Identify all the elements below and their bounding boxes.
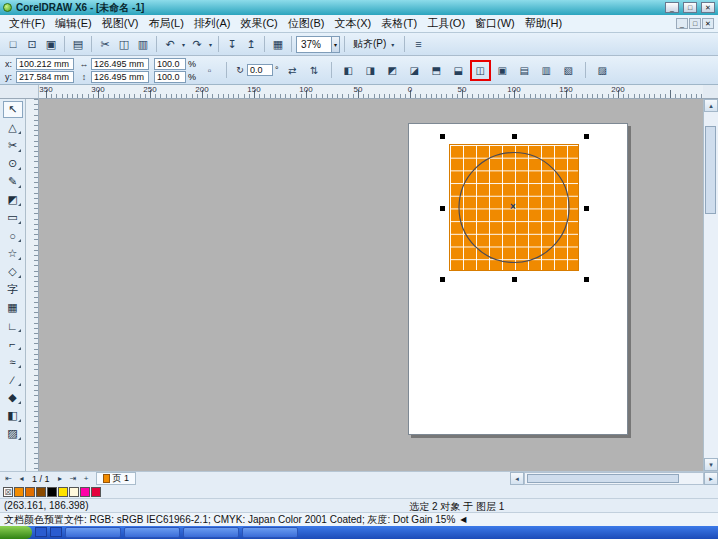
selection-handle[interactable] xyxy=(584,134,589,139)
pick-tool[interactable]: ↖ xyxy=(3,101,23,118)
previous-page-icon[interactable]: ◂ xyxy=(15,473,28,485)
start-button[interactable] xyxy=(0,526,32,539)
paste-icon[interactable]: ▥ xyxy=(134,35,152,53)
import-icon[interactable]: ↧ xyxy=(223,35,241,53)
front-minus-back-button[interactable]: ⬒ xyxy=(428,62,445,79)
add-page-icon[interactable]: + xyxy=(80,473,93,485)
horizontal-ruler[interactable]: 350 300 250 200 150 100 50 0 50 100 150 … xyxy=(39,85,703,99)
taskbar-item[interactable] xyxy=(183,527,239,538)
convert-to-curves-button[interactable]: ▨ xyxy=(594,62,611,79)
smart-fill-tool[interactable]: ◩ xyxy=(3,191,23,208)
vertical-scroll-thumb[interactable] xyxy=(705,126,716,214)
freehand-tool[interactable]: ✎ xyxy=(3,173,23,190)
ungroup-all-button[interactable]: ▥ xyxy=(538,62,555,79)
group-button[interactable]: ▣ xyxy=(494,62,511,79)
color-swatch[interactable] xyxy=(47,487,57,497)
rotation-angle-field[interactable]: 0.0 xyxy=(247,64,273,76)
document-close-button[interactable]: ✕ xyxy=(702,18,714,29)
options-icon[interactable]: ≡ xyxy=(409,35,427,53)
dimension-tool[interactable]: ∟ xyxy=(3,317,23,334)
menu-bitmaps[interactable]: 位图(B) xyxy=(283,15,330,32)
object-height-field[interactable]: 126.495 mm xyxy=(91,71,149,83)
snap-to-dropdown[interactable]: 贴齐(P) ▾ xyxy=(349,37,400,51)
color-swatch[interactable] xyxy=(14,487,24,497)
color-swatch[interactable] xyxy=(91,487,101,497)
selection-handle[interactable] xyxy=(440,277,445,282)
basic-shapes-tool[interactable]: ◇ xyxy=(3,263,23,280)
crop-tool[interactable]: ✂ xyxy=(3,137,23,154)
menu-edit[interactable]: 编辑(E) xyxy=(50,15,97,32)
undo-dropdown-icon[interactable]: ▾ xyxy=(180,41,187,48)
x-position-field[interactable]: 100.212 mm xyxy=(16,58,74,70)
lock-ratio-button[interactable]: ▫ xyxy=(201,62,218,79)
zoom-level-combo[interactable]: 37% ▾ xyxy=(296,36,340,53)
selection-handle[interactable] xyxy=(440,134,445,139)
shape-tool[interactable]: △ xyxy=(3,119,23,136)
fill-tool[interactable]: ◧ xyxy=(3,407,23,424)
intersect-button[interactable]: ◩ xyxy=(384,62,401,79)
zoom-tool[interactable]: ⊙ xyxy=(3,155,23,172)
polygon-tool[interactable]: ☆ xyxy=(3,245,23,262)
first-page-icon[interactable]: ⇤ xyxy=(2,473,15,485)
color-swatch[interactable] xyxy=(36,487,46,497)
table-tool[interactable]: ▦ xyxy=(3,299,23,316)
mirror-vertical-button[interactable]: ⇅ xyxy=(306,62,323,79)
color-swatch[interactable] xyxy=(58,487,68,497)
selection-handle[interactable] xyxy=(512,277,517,282)
trim-button[interactable]: ◨ xyxy=(362,62,379,79)
simplify-button[interactable]: ◪ xyxy=(406,62,423,79)
menu-text[interactable]: 文本(X) xyxy=(329,15,376,32)
page-tab[interactable]: 页 1 xyxy=(96,472,137,485)
zoom-dropdown-icon[interactable]: ▾ xyxy=(331,37,339,52)
color-swatch[interactable] xyxy=(69,487,79,497)
page[interactable]: × xyxy=(408,123,628,435)
menu-arrange[interactable]: 排列(A) xyxy=(189,15,236,32)
back-minus-front-button[interactable]: ⬓ xyxy=(450,62,467,79)
no-color-swatch[interactable]: ⊠ xyxy=(3,487,13,497)
document-minimize-button[interactable]: _ xyxy=(676,18,688,29)
taskbar-item[interactable] xyxy=(242,527,298,538)
menu-table[interactable]: 表格(T) xyxy=(376,15,422,32)
blend-tool[interactable]: ≈ xyxy=(3,353,23,370)
y-position-field[interactable]: 217.584 mm xyxy=(16,71,74,83)
document-restore-button[interactable]: □ xyxy=(689,18,701,29)
selection-handle[interactable] xyxy=(440,206,445,211)
text-tool[interactable]: 字 xyxy=(3,281,23,298)
rectangle-tool[interactable]: ▭ xyxy=(3,209,23,226)
mirror-horizontal-button[interactable]: ⇄ xyxy=(284,62,301,79)
redo-icon[interactable]: ↷ xyxy=(188,35,206,53)
scroll-up-icon[interactable]: ▴ xyxy=(704,99,718,112)
close-button[interactable]: ✕ xyxy=(701,2,715,13)
color-swatch[interactable] xyxy=(25,487,35,497)
menu-file[interactable]: 文件(F) xyxy=(4,15,50,32)
save-icon[interactable]: ▣ xyxy=(42,35,60,53)
vertical-scroll-track[interactable] xyxy=(704,112,718,458)
selection-handle[interactable] xyxy=(512,134,517,139)
open-icon[interactable]: ⊡ xyxy=(23,35,41,53)
taskbar-item[interactable] xyxy=(65,527,121,538)
menu-tools[interactable]: 工具(O) xyxy=(422,15,470,32)
scroll-down-icon[interactable]: ▾ xyxy=(704,458,718,471)
combine-button-highlighted[interactable]: ◫ xyxy=(472,62,489,79)
ruler-origin-corner[interactable] xyxy=(0,85,39,99)
menu-effects[interactable]: 效果(C) xyxy=(236,15,283,32)
object-width-field[interactable]: 126.495 mm xyxy=(91,58,149,70)
drawing-canvas[interactable]: × xyxy=(39,99,703,471)
application-launcher-icon[interactable]: ▦ xyxy=(269,35,287,53)
menu-window[interactable]: 窗口(W) xyxy=(470,15,520,32)
scroll-left-icon[interactable]: ◂ xyxy=(510,472,524,485)
scale-vertical-field[interactable]: 100.0 xyxy=(154,71,186,83)
quick-launch-icon[interactable] xyxy=(50,527,62,537)
align-distribute-button[interactable]: ▧ xyxy=(560,62,577,79)
vertical-scrollbar[interactable]: ▴ ▾ xyxy=(703,99,718,471)
next-page-icon[interactable]: ▸ xyxy=(54,473,67,485)
outline-pen-tool[interactable]: ◆ xyxy=(3,389,23,406)
horizontal-scroll-track[interactable] xyxy=(524,472,704,485)
taskbar-item[interactable] xyxy=(124,527,180,538)
print-icon[interactable]: ▤ xyxy=(69,35,87,53)
weld-button[interactable]: ◧ xyxy=(340,62,357,79)
collapse-arrow-icon[interactable]: ◀ xyxy=(460,515,466,524)
scroll-right-icon[interactable]: ▸ xyxy=(704,472,718,485)
menu-view[interactable]: 视图(V) xyxy=(97,15,144,32)
selection-handle[interactable] xyxy=(584,277,589,282)
